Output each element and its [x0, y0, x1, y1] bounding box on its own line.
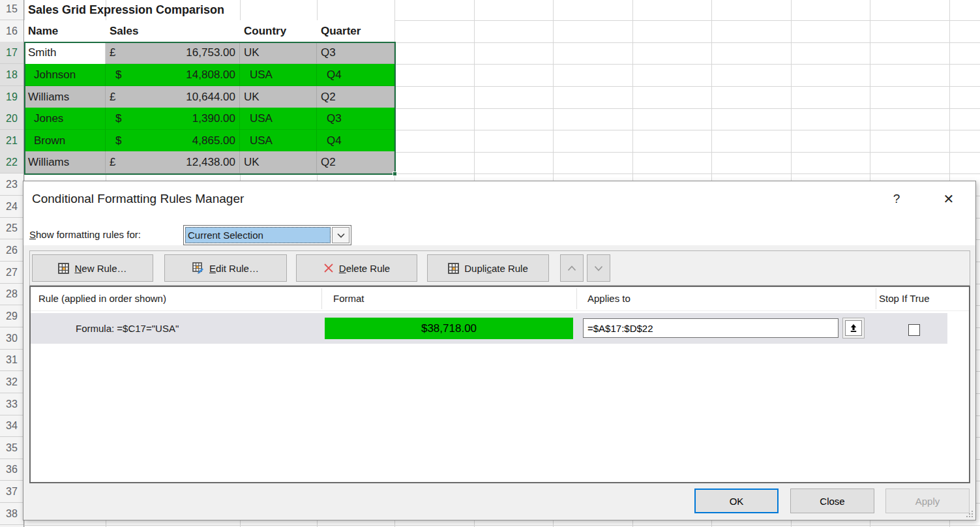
cell-d22-quarter[interactable]: Q2	[317, 151, 394, 173]
duplicate-rule-label: Duplicate Rule	[464, 263, 528, 274]
duplicate-rule-button[interactable]: Duplicate Rule	[427, 254, 549, 282]
cell-c18-country[interactable]: USA	[240, 64, 317, 86]
rule-description: Formula: =$C17="USA"	[76, 313, 179, 344]
currency-symbol: $	[115, 108, 121, 129]
cell-c22-country[interactable]: UK	[240, 151, 317, 173]
applies-to-input[interactable]	[583, 318, 839, 338]
cell-d19-quarter[interactable]: Q2	[317, 86, 394, 108]
row-header-18[interactable]: 18	[0, 64, 23, 86]
row-header-21[interactable]: 21	[0, 130, 23, 152]
cell-b19-sales[interactable]: £ 10,644.00	[106, 86, 240, 108]
rules-toolbar: New Rule… Edit Rule… Delete Rule Duplica…	[29, 250, 970, 286]
row-header-37[interactable]: 37	[0, 481, 23, 503]
row-header-34[interactable]: 34	[0, 415, 23, 437]
currency-symbol: $	[115, 130, 121, 151]
cell-b22-sales[interactable]: £ 12,438.00	[106, 151, 240, 173]
delete-rule-button[interactable]: Delete Rule	[296, 254, 417, 282]
stop-if-true-checkbox[interactable]	[908, 324, 920, 336]
new-rule-label: New Rule…	[74, 263, 126, 274]
row-header-36[interactable]: 36	[0, 459, 23, 481]
cell-d17-quarter[interactable]: Q3	[317, 42, 394, 64]
cell-a21-name[interactable]: Brown	[24, 130, 106, 152]
resize-grip[interactable]	[965, 509, 973, 517]
cell-d18-quarter[interactable]: Q4	[317, 64, 394, 86]
range-picker-button[interactable]	[842, 318, 865, 339]
dialog-top-area	[23, 181, 975, 245]
column-header-name[interactable]: Name	[24, 20, 106, 42]
cell-c21-country[interactable]: USA	[240, 130, 317, 152]
column-header-quarter[interactable]: Quarter	[317, 20, 394, 42]
cell-d20-quarter[interactable]: Q3	[317, 108, 394, 130]
row-header-24[interactable]: 24	[0, 196, 23, 218]
rule-row[interactable]: Formula: =$C17="USA" $38,718.00	[31, 313, 947, 344]
cell-a17-name[interactable]: Smith	[24, 42, 106, 64]
cell-c20-country[interactable]: USA	[240, 108, 317, 130]
cell-a20-name[interactable]: Jones	[24, 108, 106, 130]
row-header-26[interactable]: 26	[0, 239, 23, 262]
row-header-35[interactable]: 35	[0, 437, 23, 459]
amount: 10,644.00	[186, 86, 235, 108]
show-rules-dropdown[interactable]: Current Selection	[183, 225, 351, 245]
cell-b18-sales[interactable]: $ 14,808.00	[106, 64, 240, 86]
row-header-23[interactable]: 23	[0, 173, 23, 196]
header-separator	[31, 310, 969, 311]
close-icon[interactable]: ✕	[939, 189, 958, 209]
row-header-column: 1516171819202122232425262728293031323334…	[0, 0, 24, 527]
chevron-down-icon	[594, 265, 603, 271]
column-header-country[interactable]: Country	[240, 20, 317, 42]
cell-c17-country[interactable]: UK	[240, 42, 317, 64]
cell-a22-name[interactable]: Williams	[24, 151, 106, 173]
chevron-down-icon[interactable]	[332, 227, 349, 243]
cell-b17-sales[interactable]: £ 16,753.00	[106, 42, 240, 64]
row-header-17[interactable]: 17	[0, 42, 23, 64]
table-grid-icon	[58, 263, 69, 274]
chevron-up-icon	[567, 265, 576, 271]
row-header-22[interactable]: 22	[0, 151, 23, 173]
rules-list: Rule (applied in order shown) Format App…	[29, 286, 970, 483]
table-grid-icon	[448, 263, 459, 274]
row-header-25[interactable]: 25	[0, 217, 23, 239]
edit-rule-label: Edit Rule…	[209, 263, 259, 274]
row-header-20[interactable]: 20	[0, 108, 23, 130]
help-icon[interactable]: ?	[887, 189, 906, 209]
ok-button[interactable]: OK	[694, 489, 779, 513]
move-rule-down-button[interactable]	[587, 254, 610, 282]
row-header-19[interactable]: 19	[0, 86, 23, 108]
row-header-31[interactable]: 31	[0, 349, 23, 371]
list-header-rule: Rule (applied in order shown)	[38, 287, 166, 310]
list-header-applies-to: Applies to	[587, 287, 631, 310]
row-header-28[interactable]: 28	[0, 283, 23, 305]
cell-b20-sales[interactable]: $ 1,390.00	[106, 108, 240, 130]
column-header-sales[interactable]: Sales	[106, 20, 240, 42]
cell-b21-sales[interactable]: $ 4,865.00	[106, 130, 240, 152]
row-header-33[interactable]: 33	[0, 393, 23, 415]
row-header-32[interactable]: 32	[0, 371, 23, 393]
list-header-stop-if-true: Stop If True	[879, 287, 930, 310]
row-header-38[interactable]: 38	[0, 503, 23, 525]
sheet-title-cell[interactable]: Sales Grid Expression Comparison	[28, 0, 224, 20]
apply-button[interactable]: Apply	[885, 489, 970, 513]
cell-d21-quarter[interactable]: Q4	[317, 130, 394, 152]
row-header-27[interactable]: 27	[0, 262, 23, 284]
edit-rule-button[interactable]: Edit Rule…	[164, 254, 287, 282]
amount: 16,753.00	[186, 42, 235, 63]
cell-a18-name[interactable]: Johnson	[24, 64, 106, 86]
currency-symbol: £	[110, 86, 115, 108]
cell-c19-country[interactable]: UK	[240, 86, 317, 108]
new-rule-button[interactable]: New Rule…	[32, 254, 153, 282]
show-formatting-rules-label: Show formatting rules for:	[29, 229, 141, 240]
row-header-30[interactable]: 30	[0, 327, 23, 350]
dialog-title: Conditional Formatting Rules Manager	[32, 192, 244, 206]
table-grid-pencil-icon	[192, 262, 204, 274]
currency-symbol: £	[110, 42, 115, 63]
row-header-16[interactable]: 16	[0, 20, 23, 42]
cell-a19-name[interactable]: Williams	[24, 86, 106, 108]
collapse-dialog-arrow-icon	[845, 320, 862, 336]
conditional-formatting-rules-manager-dialog: Conditional Formatting Rules Manager ? ✕…	[23, 181, 976, 520]
row-header-29[interactable]: 29	[0, 305, 23, 327]
amount: 1,390.00	[192, 108, 235, 129]
row-header-15[interactable]: 15	[0, 0, 23, 20]
close-button[interactable]: Close	[790, 489, 874, 513]
move-rule-up-button[interactable]	[560, 254, 584, 282]
delete-rule-label: Delete Rule	[339, 263, 390, 274]
